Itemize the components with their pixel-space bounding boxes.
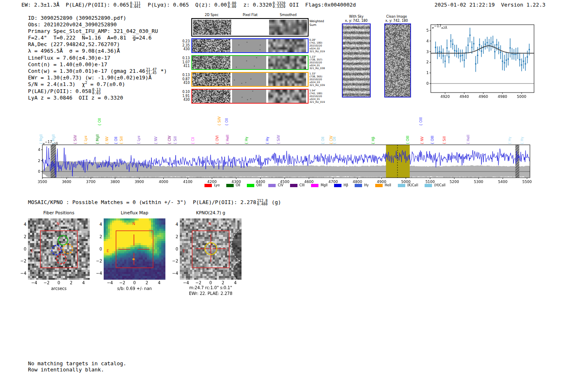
text-segment: Cont(n) = 1.40(±0.00)e-17 (28, 61, 107, 67)
emission-line-label: { OII (321, 137, 325, 144)
info-line: Cont(w) = 1.30(±0.01)e-17 (gmag 21.4621.… (28, 68, 167, 74)
fiber-xaxis-label: arcsecs (24, 286, 94, 291)
x-tick-label: 2 (67, 281, 75, 285)
clean-image-coords: x, y: 742, 180 (378, 19, 415, 23)
spec2d-row (191, 89, 309, 104)
legend-item: Lyα (204, 183, 220, 187)
row-2d-spec-image (192, 90, 230, 103)
legend-color-patch (226, 184, 234, 187)
row-weight-labels: 0.130.87410 (180, 73, 190, 85)
legend-item: Hγ (355, 183, 369, 187)
row-fiber-labels: 1.33"(738, 365)20210220v024_03321_RU_039 (309, 72, 325, 87)
text-segment: Obs: 20210220v024_3090252890 (28, 21, 117, 28)
x-tick-label: 2 (219, 281, 227, 285)
stack-lo: 0.00 (228, 5, 236, 8)
x-tick-label: −4 (30, 281, 38, 285)
emission-line-label: { CII (191, 137, 195, 144)
row-pixel-flat-image (232, 73, 266, 86)
legend-color-patch (204, 184, 212, 187)
weight-value: 0.87 (180, 77, 190, 81)
row-2d-spec-image (192, 56, 230, 69)
x-tick-label: 4 (155, 281, 163, 285)
x-tick-label: 4 (79, 281, 88, 285)
emission-line-label: { Hγ (508, 137, 512, 144)
x-tick-label: 0 (207, 281, 215, 285)
emission-line-label: { MgII (39, 135, 44, 144)
row-weight-labels: 0.101.91430 (180, 90, 190, 102)
legend-item: CIII (290, 183, 305, 187)
legend-label: Hβ (344, 183, 348, 187)
row-pixel-flat-image (232, 39, 266, 52)
x-tick-label: 2 (143, 281, 151, 285)
with-sky-image (343, 24, 370, 97)
legend-label: (K)CaII (407, 183, 418, 187)
emission-line-label: { NV (154, 137, 158, 144)
col-header-smoothed: Smoothed (269, 13, 307, 17)
info-line: ID: 3090252890 (3090252890.pdf) (28, 15, 167, 21)
text-segment: F=2.4" T=0.222 N̅=1.16 A=0.81 g̅=24.6 (28, 35, 151, 41)
info-line: S/N = 2.4(±1.3) χ2 = 0.7(±0.0) (28, 81, 167, 88)
y-tick-label: 4 (170, 222, 178, 227)
emission-line-label: { Hγ (265, 137, 270, 144)
legend-item: (H)CaII (425, 183, 445, 187)
legend-color-patch (375, 184, 383, 187)
stack-lo: 0.488 (257, 202, 268, 206)
emission-line-label: { Lyα (137, 136, 141, 144)
lineflux-map-image (104, 218, 165, 280)
clean-image (385, 24, 410, 97)
emission-line-label: { OIII (430, 136, 435, 144)
row-weight-labels: 0.232.35430 (180, 39, 190, 51)
fiber-positions-title: Fiber Positions (28, 210, 90, 215)
emission-line-label: { OII (225, 118, 229, 126)
legend-color-patch (311, 184, 318, 187)
weight-value: 430 (180, 98, 190, 102)
spectrum-legend: LyαOIIOIIICIVCIIIMgIIHβHγHeII(K)CaII(H)C… (78, 183, 572, 187)
y-tick-label: 2 (18, 234, 26, 239)
text-segment: EW: 2.3±1.3Å P(LAE)/P(OII): 0.065 (21, 2, 129, 8)
legend-label: CIV (278, 183, 283, 187)
x-tick-label: −2 (194, 281, 202, 285)
elixer-report-page: EW: 2.3±1.3Å P(LAE)/P(OII): 0.0650.1110.… (0, 0, 576, 392)
x-tick-label: −2 (42, 281, 51, 285)
weighted-sum-label: Weighted Sum (309, 20, 324, 27)
row-2d-spec-image (192, 39, 230, 52)
emission-line-label: { MgII (51, 135, 56, 144)
emission-line-label: { OII (332, 137, 337, 144)
spec2d-row (191, 38, 309, 53)
legend-label: Hγ (364, 183, 369, 187)
fit-plot-units-annotation: e−17x2Å (432, 24, 447, 30)
emission-line-label: { OVI (215, 135, 220, 144)
x-tick-label: −2 (118, 281, 126, 285)
emission-line-label: { Lyα (84, 136, 88, 144)
spec2d-row (191, 55, 309, 70)
weight-value: 0.13 (180, 73, 190, 77)
kpno-cutout-title: KPNO(24.7) g (180, 210, 242, 215)
lineflux-xaxis-label: s/b: 0.69 +/- nan (100, 286, 170, 291)
text-segment: z: 0.3320 (237, 2, 272, 8)
stack-lo: 0.03 (92, 91, 100, 95)
fiber-detail: 321_RU_019 (309, 50, 325, 53)
text-segment: MOSAIC/KPNO : Possible Matches = 0 (with… (28, 199, 256, 205)
emission-line-label: { SiII (173, 136, 178, 144)
weight-value: 0.23 (180, 39, 190, 44)
weighted-2d-spec-image (193, 20, 231, 35)
weight-value: 0.10 (180, 90, 190, 94)
emission-line-label: { OII (98, 118, 102, 126)
y-tick-label: 0 (18, 247, 26, 251)
legend-item: CIV (268, 183, 283, 187)
clean-image-title: Clean Image (378, 15, 415, 19)
line-fit-plot (422, 21, 537, 100)
blank-row-note: Row intentionally blank. (28, 366, 104, 373)
text-segment: λ = 4965.5Å σ = 9.08(±4.36)Å (28, 48, 120, 54)
weight-value: 430 (180, 47, 190, 51)
y-tick-label: −4 (18, 271, 26, 276)
legend-color-patch (290, 184, 297, 187)
text-segment: P(LAE)/P(OII): 0.058 (28, 88, 91, 94)
info-line: LyA z = 3.0846 OII z = 0.3320 (28, 95, 167, 101)
info-line: EWr = 1.30(±0.73) (w: -1.90(±0.02)e19)Å (28, 74, 167, 81)
info-line: Obs: 20210220v024_3090252890 (28, 21, 167, 28)
info-line: P(LAE)/P(OII): 0.0580.130.03 (28, 88, 167, 95)
stack-lo: 0.3320 (273, 5, 286, 8)
clean-image-box (384, 23, 411, 97)
info-line: F=2.4" T=0.222 N̅=1.16 A=0.81 g̅=24.6 (28, 35, 167, 41)
